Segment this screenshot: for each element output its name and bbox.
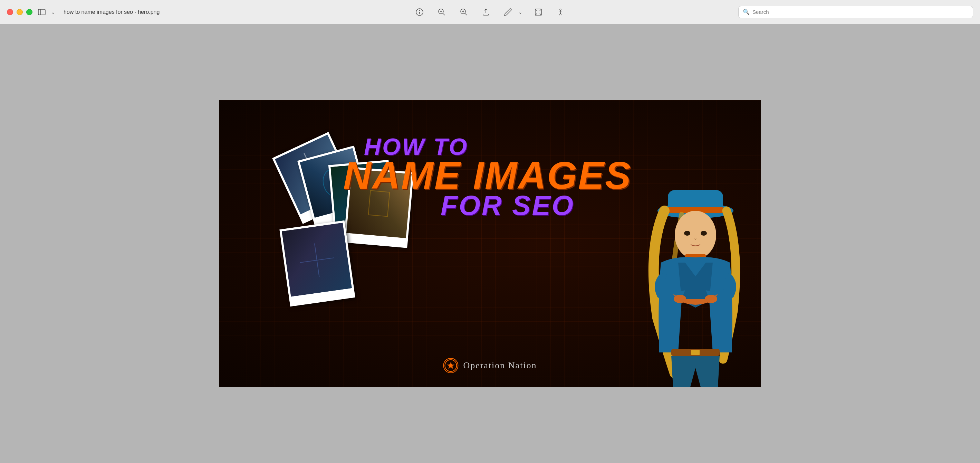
zoom-out-icon[interactable] [436,6,448,18]
svg-point-30 [684,231,690,236]
expand-icon[interactable] [532,6,544,18]
titlebar: ⌄ how to name images for seo - hero.png [0,0,980,24]
info-icon[interactable] [413,6,426,18]
svg-point-35 [674,295,686,303]
content-area: HOW TO NAME IMAGES FOR SEO [0,24,980,463]
svg-rect-0 [38,10,45,15]
svg-point-36 [705,295,717,303]
svg-text:N: N [449,363,452,368]
toolbar-right: 🔍 [738,6,973,18]
hero-text: HOW TO NAME IMAGES FOR SEO [323,135,664,222]
search-icon: 🔍 [743,9,750,15]
zoom-in-icon[interactable] [458,6,470,18]
image-canvas: HOW TO NAME IMAGES FOR SEO [219,100,761,387]
character-illustration [640,180,751,387]
maximize-button[interactable] [26,9,32,15]
annotate-dropdown-icon[interactable]: ⌄ [518,10,522,15]
search-input[interactable] [752,9,969,15]
accessibility-icon[interactable] [554,6,567,18]
svg-point-29 [675,211,716,259]
search-bar[interactable]: 🔍 [738,6,973,18]
svg-point-13 [560,9,561,10]
window-title: how to name images for seo - hero.png [64,9,159,15]
svg-line-7 [443,13,445,15]
photo-card-5-inner [282,223,352,297]
sidebar-toggle-icon[interactable] [38,9,46,15]
brand-section: N Operation Nation [443,358,537,373]
chevron-down-icon[interactable]: ⌄ [51,10,55,15]
share-icon[interactable] [480,6,492,18]
svg-rect-34 [691,350,700,355]
close-button[interactable] [7,9,13,15]
brand-logo: N [443,358,458,373]
svg-point-31 [701,231,707,236]
photo-card-5 [279,220,355,307]
name-images-heading: NAME IMAGES [343,158,664,193]
window-controls [7,9,32,15]
toolbar-center: ⌄ [413,6,567,18]
annotate-icon[interactable] [502,6,514,18]
svg-line-11 [465,13,467,15]
brand-name: Operation Nation [463,360,537,371]
minimize-button[interactable] [17,9,23,15]
